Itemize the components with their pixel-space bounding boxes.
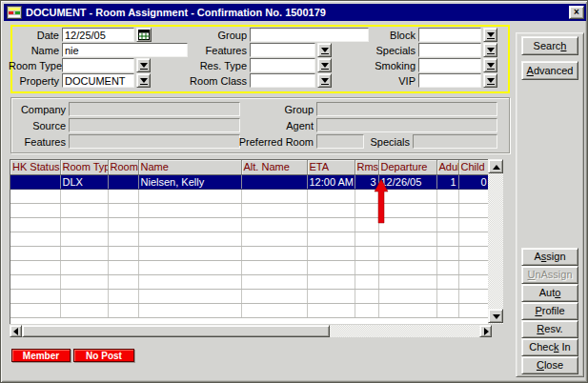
scroll-up-button[interactable] (488, 159, 503, 173)
features-dropdown-button[interactable] (317, 43, 332, 57)
results-table-wrapper: HK Status Room Type Room Name Alt. Name … (10, 159, 489, 324)
table-row-empty[interactable] (10, 246, 489, 260)
vip-dropdown-button[interactable] (483, 73, 497, 88)
features-input[interactable] (250, 43, 315, 57)
unassign-button[interactable]: UnAssign (521, 266, 578, 284)
lov-down-arrow-icon (487, 78, 495, 83)
results-table: HK Status Room Type Room Name Alt. Name … (10, 160, 489, 318)
features-field (69, 134, 240, 149)
table-header-row: HK Status Room Type Room Name Alt. Name … (10, 160, 489, 174)
column-header-hk-status: HK Status (10, 160, 60, 174)
vip-label: VIP (355, 74, 416, 88)
close-button[interactable]: × (569, 6, 584, 19)
smoking-label: Smoking (355, 59, 416, 72)
lov-down-arrow-icon (321, 78, 329, 83)
column-header-eta: ETA (307, 160, 355, 174)
block-dropdown-button[interactable] (483, 28, 497, 42)
features-label: Features (190, 44, 247, 57)
res-type-dropdown-button[interactable] (317, 58, 332, 72)
table-row-empty[interactable] (10, 189, 489, 203)
table-row-empty[interactable] (10, 203, 489, 217)
lov-down-arrow-icon (321, 48, 329, 52)
room-type-dropdown-button[interactable] (136, 58, 151, 72)
specials-input[interactable] (418, 43, 481, 57)
res-type-label: Res. Type (190, 59, 247, 72)
res-type-input[interactable] (250, 58, 315, 72)
annotation-arrow (372, 178, 391, 224)
horizontal-scroll-thumb[interactable] (22, 325, 330, 337)
preferred-room-field (316, 134, 364, 149)
advanced-button[interactable]: Advanced (521, 61, 578, 80)
smoking-input[interactable] (418, 58, 481, 72)
column-header-adult: Adult (436, 160, 458, 174)
property-label: Property (9, 74, 59, 88)
cell-alt-name (241, 174, 307, 189)
block-label: Block (355, 29, 416, 42)
column-header-departure: Departure (378, 160, 436, 174)
close-icon: × (574, 7, 579, 17)
group-ro-label: Group (243, 103, 314, 116)
titlebar[interactable]: DOCUMENT - Room Assignment - Confirmatio… (4, 4, 586, 21)
specials-field (413, 134, 497, 149)
date-input[interactable] (62, 28, 134, 42)
specials-label: Specials (355, 44, 416, 57)
table-vertical-scrollbar[interactable] (488, 159, 503, 324)
room-type-label: Room Type (9, 59, 59, 72)
table-row-empty[interactable] (10, 232, 489, 246)
features-ro-label: Features (12, 135, 66, 149)
cell-child: 0 (458, 174, 489, 189)
lov-down-arrow-icon (140, 78, 148, 83)
name-label: Name (9, 44, 59, 57)
profile-button[interactable]: Profile (521, 302, 578, 320)
scroll-left-button[interactable] (10, 325, 22, 337)
company-field (69, 102, 240, 116)
auto-button[interactable]: Auto (521, 284, 578, 302)
specials-dropdown-button[interactable] (483, 43, 497, 57)
table-row-empty[interactable] (10, 260, 489, 274)
annotation-arrow-shape (375, 179, 388, 223)
specials-ro-label: Specials (369, 135, 410, 149)
calendar-icon (138, 30, 150, 40)
property-input[interactable] (62, 73, 134, 88)
scroll-down-button[interactable] (488, 309, 503, 323)
table-horizontal-scrollbar[interactable] (10, 325, 492, 337)
block-input[interactable] (418, 28, 481, 42)
lov-down-arrow-icon (487, 32, 495, 37)
agent-field (316, 118, 497, 132)
table-row-empty[interactable] (10, 217, 489, 232)
column-header-rms: Rms (355, 160, 378, 174)
window-icon (7, 6, 22, 19)
room-class-input[interactable] (250, 73, 315, 88)
table-row-empty[interactable] (10, 303, 489, 317)
agent-label: Agent (243, 119, 314, 132)
left-arrow-icon (13, 328, 18, 335)
name-input[interactable] (62, 43, 188, 57)
lov-down-arrow-icon (140, 63, 148, 68)
selected-row[interactable]: DLX Nielsen, Kelly 12:00 AM 3 12/26/05 1… (10, 174, 489, 189)
check-in-button[interactable]: Check In (521, 338, 578, 356)
room-type-input[interactable] (62, 58, 134, 72)
member-lamp[interactable]: Member (11, 349, 71, 362)
table-row-empty[interactable] (10, 274, 489, 289)
results-table-body: DLX Nielsen, Kelly 12:00 AM 3 12/26/05 1… (10, 174, 489, 317)
property-dropdown-button[interactable] (136, 73, 151, 88)
preferred-room-label: Preferred Room (230, 135, 314, 149)
room-class-dropdown-button[interactable] (317, 73, 332, 88)
right-arrow-icon (484, 328, 489, 335)
down-arrow-icon (493, 314, 500, 319)
no-post-lamp[interactable]: No Post (73, 349, 134, 362)
assign-button[interactable]: Assign (521, 248, 578, 266)
company-label: Company (12, 103, 66, 116)
scroll-right-button[interactable] (479, 325, 492, 337)
group-input[interactable] (250, 28, 369, 42)
smoking-dropdown-button[interactable] (483, 58, 497, 72)
table-row-empty[interactable] (10, 289, 489, 303)
search-button[interactable]: Search (521, 36, 578, 55)
calendar-button[interactable] (136, 28, 152, 42)
source-field (69, 118, 240, 132)
cell-room (108, 174, 138, 189)
resv-button[interactable]: Resv. (521, 320, 578, 338)
vip-input[interactable] (418, 73, 481, 88)
close-window-button[interactable]: Close (521, 356, 578, 374)
cell-adult: 1 (436, 174, 458, 189)
